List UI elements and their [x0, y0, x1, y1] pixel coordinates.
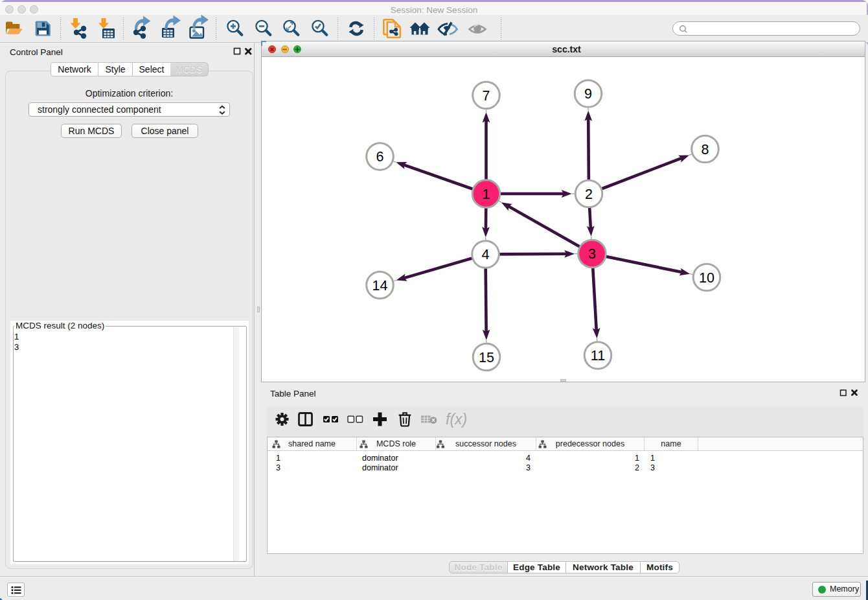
svg-text:4: 4: [482, 247, 490, 262]
svg-text:8: 8: [702, 142, 709, 157]
svg-text:3: 3: [588, 246, 596, 262]
svg-text:10: 10: [699, 270, 714, 286]
svg-text:15: 15: [479, 350, 494, 365]
svg-text:1: 1: [483, 187, 490, 202]
svg-text:9: 9: [584, 86, 592, 102]
svg-text:7: 7: [483, 88, 490, 104]
svg-text:14: 14: [372, 278, 388, 294]
svg-text:6: 6: [376, 149, 384, 165]
svg-text:2: 2: [585, 187, 593, 202]
svg-text:f(x): f(x): [446, 411, 467, 428]
svg-text:11: 11: [591, 348, 605, 363]
